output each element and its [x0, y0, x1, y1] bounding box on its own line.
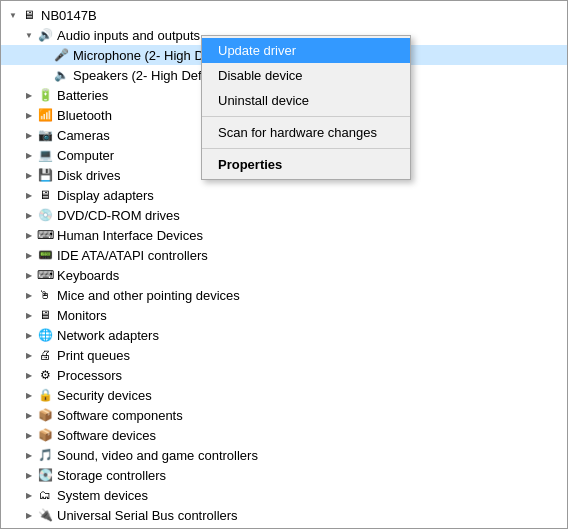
expand-arrow[interactable]: [21, 327, 37, 343]
pc-icon: 💻: [37, 147, 53, 163]
item-label: Software components: [57, 408, 567, 423]
expand-arrow[interactable]: [21, 467, 37, 483]
sw-icon: 📦: [37, 407, 53, 423]
print-icon: 🖨: [37, 347, 53, 363]
item-label: System devices: [57, 488, 567, 503]
menu-item-properties[interactable]: Properties: [202, 152, 410, 177]
expand-arrow[interactable]: [5, 7, 21, 23]
expand-arrow[interactable]: [21, 187, 37, 203]
sw-icon: 📦: [37, 427, 53, 443]
tree-item-monitors[interactable]: 🖥Monitors: [1, 305, 567, 325]
menu-item-disable[interactable]: Disable device: [202, 63, 410, 88]
item-label: Monitors: [57, 308, 567, 323]
tree-item-hid[interactable]: ⌨Human Interface Devices: [1, 225, 567, 245]
storage-icon: 💽: [37, 467, 53, 483]
tree-item-swcomponents[interactable]: 📦Software components: [1, 405, 567, 425]
tree-item-root[interactable]: 🖥NB0147B: [1, 5, 567, 25]
expand-arrow[interactable]: [21, 267, 37, 283]
item-label: Display adapters: [57, 188, 567, 203]
hid-icon: ⌨: [37, 227, 53, 243]
menu-item-uninstall[interactable]: Uninstall device: [202, 88, 410, 113]
item-label: Keyboards: [57, 268, 567, 283]
network-icon: 🌐: [37, 327, 53, 343]
tree-item-processors[interactable]: ⚙Processors: [1, 365, 567, 385]
context-menu: Update driverDisable deviceUninstall dev…: [201, 35, 411, 180]
expand-arrow[interactable]: [21, 307, 37, 323]
tree-item-keyboards[interactable]: ⌨Keyboards: [1, 265, 567, 285]
item-label: Mice and other pointing devices: [57, 288, 567, 303]
expand-arrow[interactable]: [21, 387, 37, 403]
tree-item-print[interactable]: 🖨Print queues: [1, 345, 567, 365]
tree-item-system[interactable]: 🗂System devices: [1, 485, 567, 505]
display-icon: 🖥: [37, 187, 53, 203]
tree-item-storage[interactable]: 💽Storage controllers: [1, 465, 567, 485]
dvd-icon: 💿: [37, 207, 53, 223]
cpu-icon: ⚙: [37, 367, 53, 383]
tree-item-network[interactable]: 🌐Network adapters: [1, 325, 567, 345]
mouse-icon: 🖱: [37, 287, 53, 303]
item-label: DVD/CD-ROM drives: [57, 208, 567, 223]
expand-arrow[interactable]: [21, 167, 37, 183]
tree-item-display[interactable]: 🖥Display adapters: [1, 185, 567, 205]
tree-item-swdevices[interactable]: 📦Software devices: [1, 425, 567, 445]
expand-arrow[interactable]: [21, 207, 37, 223]
tree-item-sound[interactable]: 🎵Sound, video and game controllers: [1, 445, 567, 465]
item-label: Processors: [57, 368, 567, 383]
computer-icon: 🖥: [21, 7, 37, 23]
bluetooth-icon: 📶: [37, 107, 53, 123]
device-manager-window: 🖥NB0147B🔊Audio inputs and outputs🎤Microp…: [0, 0, 568, 529]
expand-arrow[interactable]: [21, 347, 37, 363]
mic-icon: 🎤: [53, 47, 69, 63]
monitor-icon: 🖥: [37, 307, 53, 323]
audio-icon: 🔊: [37, 27, 53, 43]
item-label: NB0147B: [41, 8, 567, 23]
speaker-icon: 🔈: [53, 67, 69, 83]
item-label: Network adapters: [57, 328, 567, 343]
usb-icon: 🔌: [37, 507, 53, 523]
expand-arrow[interactable]: [21, 127, 37, 143]
disk-icon: 💾: [37, 167, 53, 183]
expand-arrow[interactable]: [21, 367, 37, 383]
expand-arrow[interactable]: [21, 447, 37, 463]
tree-item-mice[interactable]: 🖱Mice and other pointing devices: [1, 285, 567, 305]
item-label: Human Interface Devices: [57, 228, 567, 243]
menu-separator: [202, 116, 410, 117]
ide-icon: 📟: [37, 247, 53, 263]
keyboard-icon: ⌨: [37, 267, 53, 283]
tree-item-usb[interactable]: 🔌Universal Serial Bus controllers: [1, 505, 567, 525]
menu-item-scan[interactable]: Scan for hardware changes: [202, 120, 410, 145]
battery-icon: 🔋: [37, 87, 53, 103]
expand-arrow[interactable]: [21, 87, 37, 103]
camera-icon: 📷: [37, 127, 53, 143]
system-icon: 🗂: [37, 487, 53, 503]
item-label: Storage controllers: [57, 468, 567, 483]
expand-arrow[interactable]: [21, 27, 37, 43]
tree-item-ide[interactable]: 📟IDE ATA/ATAPI controllers: [1, 245, 567, 265]
item-label: IDE ATA/ATAPI controllers: [57, 248, 567, 263]
expand-arrow[interactable]: [21, 247, 37, 263]
item-label: Security devices: [57, 388, 567, 403]
menu-separator: [202, 148, 410, 149]
expand-arrow[interactable]: [21, 147, 37, 163]
expand-arrow[interactable]: [21, 227, 37, 243]
expand-arrow[interactable]: [21, 287, 37, 303]
item-label: Software devices: [57, 428, 567, 443]
item-label: Sound, video and game controllers: [57, 448, 567, 463]
expand-arrow[interactable]: [21, 507, 37, 523]
expand-arrow[interactable]: [21, 407, 37, 423]
menu-item-update[interactable]: Update driver: [202, 38, 410, 63]
sound-icon: 🎵: [37, 447, 53, 463]
tree-item-dvd[interactable]: 💿DVD/CD-ROM drives: [1, 205, 567, 225]
expand-arrow[interactable]: [21, 487, 37, 503]
expand-arrow[interactable]: [21, 107, 37, 123]
item-label: Universal Serial Bus controllers: [57, 508, 567, 523]
tree-item-security[interactable]: 🔒Security devices: [1, 385, 567, 405]
security-icon: 🔒: [37, 387, 53, 403]
item-label: Print queues: [57, 348, 567, 363]
expand-arrow[interactable]: [21, 427, 37, 443]
